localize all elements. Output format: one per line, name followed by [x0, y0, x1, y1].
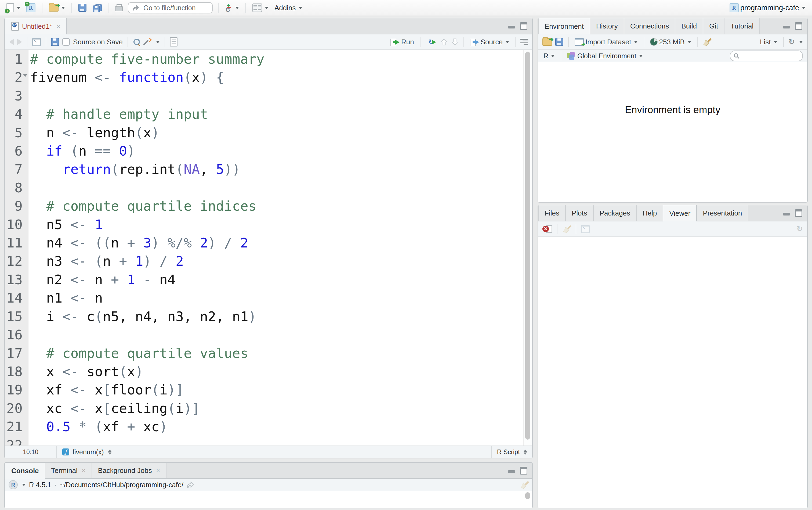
- console-output[interactable]: [5, 491, 532, 508]
- code-line[interactable]: 10 n5 <- 1: [5, 216, 532, 234]
- tab-git[interactable]: Git: [703, 18, 724, 34]
- code-line[interactable]: 16: [5, 326, 532, 344]
- maximize-pane-icon[interactable]: [795, 22, 802, 30]
- popout-icon[interactable]: [32, 38, 41, 46]
- minimize-pane-icon[interactable]: [508, 468, 515, 474]
- code-line[interactable]: 12 n3 <- (n + 1) / 2: [5, 252, 532, 270]
- code-line[interactable]: 7 return(rep.int(NA, 5)): [5, 160, 532, 178]
- new-file-button[interactable]: +: [5, 2, 22, 13]
- editor-scrollbar-thumb[interactable]: [525, 52, 530, 440]
- code-line[interactable]: 11 n4 <- ((n + 3) %/% 2) / 2: [5, 234, 532, 252]
- source-button[interactable]: Source: [469, 37, 510, 47]
- tab-tutorial[interactable]: Tutorial: [724, 18, 760, 34]
- print-button[interactable]: [114, 3, 124, 12]
- code-line[interactable]: 3: [5, 87, 532, 105]
- close-tab-icon[interactable]: ×: [57, 23, 60, 30]
- save-button[interactable]: [77, 3, 88, 13]
- open-file-button[interactable]: ➜: [48, 3, 66, 12]
- tab-files[interactable]: Files: [538, 205, 566, 221]
- code-line[interactable]: 5 n <- length(x): [5, 123, 532, 142]
- run-button[interactable]: Run: [389, 37, 415, 47]
- scope-selector[interactable]: ƒ fivenum(x): [57, 448, 117, 456]
- tab-console[interactable]: Console: [5, 463, 46, 479]
- find-icon[interactable]: [133, 38, 141, 46]
- goto-file-box[interactable]: [128, 2, 213, 13]
- doc-type-selector[interactable]: R Script: [491, 446, 532, 458]
- clear-environment-icon[interactable]: [702, 38, 711, 46]
- code-line[interactable]: 15 i <- c(n5, n4, n3, n2, n1): [5, 307, 532, 326]
- compile-report-icon[interactable]: [170, 37, 178, 47]
- goto-directory-icon[interactable]: [187, 482, 193, 488]
- viewer-popout-icon[interactable]: [581, 225, 590, 233]
- environment-scope-selector[interactable]: Global Environment: [566, 51, 644, 61]
- language-selector[interactable]: R: [542, 51, 556, 61]
- save-all-button[interactable]: [91, 3, 102, 13]
- code-line[interactable]: 21 0.5 * (xf + xc): [5, 418, 532, 436]
- document-outline-icon[interactable]: [520, 39, 528, 45]
- code-line[interactable]: 9 # compute quartile indices: [5, 197, 532, 215]
- addins-button[interactable]: Addins: [273, 3, 303, 13]
- back-icon[interactable]: [9, 39, 14, 45]
- tab-background-jobs[interactable]: Background Jobs ×: [92, 463, 167, 478]
- minimize-pane-icon[interactable]: [508, 23, 515, 29]
- code-line[interactable]: 4 # handle empty input: [5, 105, 532, 123]
- editor-scrollbar[interactable]: [523, 50, 532, 446]
- tab-plots[interactable]: Plots: [566, 205, 594, 221]
- version-control-button[interactable]: +G: [224, 2, 240, 13]
- tab-history[interactable]: History: [590, 18, 624, 34]
- tab-viewer[interactable]: Viewer: [663, 205, 697, 221]
- clear-viewer-icon[interactable]: ✕: [542, 225, 552, 233]
- minimize-pane-icon[interactable]: [783, 210, 790, 216]
- source-on-save-checkbox[interactable]: [62, 38, 70, 46]
- tab-terminal[interactable]: Terminal ×: [46, 463, 92, 478]
- console-scrollbar-thumb[interactable]: [525, 492, 530, 499]
- save-workspace-icon[interactable]: [555, 38, 563, 46]
- code-line[interactable]: 13 n2 <- n + 1 - n4: [5, 271, 532, 289]
- close-background-jobs-icon[interactable]: ×: [156, 467, 160, 474]
- clear-console-icon[interactable]: [520, 480, 529, 489]
- previous-chunk-icon[interactable]: [440, 38, 448, 46]
- clear-all-viewer-icon[interactable]: [562, 225, 571, 233]
- save-document-icon[interactable]: [51, 38, 59, 46]
- code-line[interactable]: 14 n1 <- n: [5, 289, 532, 307]
- tab-untitled1[interactable]: Untitled1* ×: [5, 18, 67, 34]
- code-line[interactable]: 20 xc <- x[ceiling(i)]: [5, 399, 532, 418]
- rerun-button[interactable]: ↻: [425, 37, 437, 47]
- refresh-environment-icon[interactable]: ↻: [789, 38, 795, 46]
- tab-connections[interactable]: Connections: [624, 18, 675, 34]
- code-tools-icon[interactable]: [144, 38, 152, 46]
- load-workspace-icon[interactable]: ➜: [542, 38, 552, 46]
- fold-toggle-icon[interactable]: [23, 68, 28, 87]
- maximize-pane-icon[interactable]: [520, 22, 528, 30]
- close-terminal-icon[interactable]: ×: [82, 467, 86, 474]
- next-chunk-icon[interactable]: [451, 38, 459, 46]
- code-line[interactable]: 1# compute five-number summary: [5, 50, 532, 68]
- code-line[interactable]: 8: [5, 179, 532, 197]
- code-line[interactable]: 6 if (n == 0): [5, 142, 532, 160]
- code-line[interactable]: 22: [5, 436, 532, 446]
- maximize-pane-icon[interactable]: [795, 209, 802, 217]
- workspace-panes-button[interactable]: [251, 2, 270, 13]
- tab-environment[interactable]: Environment: [538, 18, 590, 34]
- tab-help[interactable]: Help: [637, 205, 663, 221]
- code-editor[interactable]: 1# compute five-number summary2fivenum <…: [5, 50, 532, 446]
- tab-build[interactable]: Build: [675, 18, 703, 34]
- code-line[interactable]: 19 xf <- x[floor(i)]: [5, 381, 532, 399]
- goto-file-input[interactable]: [142, 3, 208, 12]
- tab-presentation[interactable]: Presentation: [697, 205, 748, 221]
- project-selector[interactable]: R programming-cafe: [728, 2, 807, 13]
- import-dataset-button[interactable]: Import Dataset: [574, 37, 639, 47]
- code-line[interactable]: 18 x <- sort(x): [5, 363, 532, 381]
- tab-packages[interactable]: Packages: [594, 205, 637, 221]
- list-view-button[interactable]: List: [751, 37, 778, 47]
- refresh-viewer-icon[interactable]: ↻: [797, 225, 803, 233]
- forward-icon[interactable]: [17, 39, 22, 45]
- code-line[interactable]: 17 # compute quartile values: [5, 344, 532, 363]
- minimize-pane-icon[interactable]: [783, 23, 790, 29]
- environment-search-box[interactable]: [730, 51, 803, 61]
- r-version-caret-icon[interactable]: [22, 484, 26, 486]
- code-line[interactable]: 2fivenum <- function(x) {: [5, 68, 532, 87]
- memory-usage-button[interactable]: 253 MiB: [649, 37, 692, 47]
- new-project-button[interactable]: R+: [25, 2, 36, 13]
- maximize-pane-icon[interactable]: [520, 467, 528, 475]
